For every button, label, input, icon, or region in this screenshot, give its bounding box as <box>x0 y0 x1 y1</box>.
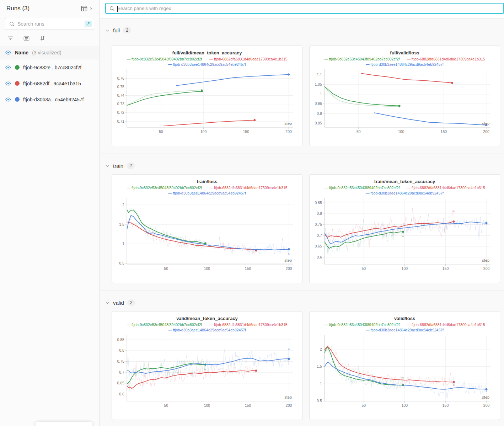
svg-text:200: 200 <box>483 267 490 271</box>
run-row[interactable]: ftjob-6882df...9ca4e1b315 <box>0 75 99 91</box>
chart-canvas[interactable]: 0.511.5250100150200step <box>116 197 298 273</box>
chart-title: valid/mean_token_accuracy <box>116 316 298 321</box>
svg-text:150: 150 <box>441 130 447 134</box>
legend-entry: —ftjob-6882dfa6831d4d6dae17309ca4e1b315 <box>209 185 287 191</box>
section-count-badge: 2 <box>127 163 135 169</box>
legend-entry: —ftjob-d30b3aee14864c29acd9ac54eb92457f <box>168 328 246 333</box>
section-header-valid[interactable]: valid2 <box>105 298 500 307</box>
svg-text:0.5: 0.5 <box>119 262 124 266</box>
run-name: ftjob-6882df...9ca4e1b315 <box>23 81 81 86</box>
search-panels-box[interactable] <box>105 3 504 14</box>
section-header-train[interactable]: train2 <box>105 161 500 170</box>
chart-legend: —ftjob-9c832e53c45043f89402bb7cc802cf2f—… <box>314 185 495 196</box>
svg-text:0.65: 0.65 <box>315 245 322 249</box>
sort-icon[interactable] <box>39 35 46 42</box>
chart-panel-train-loss[interactable]: train/loss—ftjob-9c832e53c45043f89402bb7… <box>112 174 302 283</box>
section-header-full[interactable]: full2 <box>105 26 500 35</box>
svg-text:0.85: 0.85 <box>117 338 125 342</box>
section-full: full2full/valid/mean_token_accuracy—ftjo… <box>100 18 504 154</box>
chart-canvas[interactable]: 0.60.650.70.750.80.8550100150200step <box>314 197 495 273</box>
search-panels-input[interactable] <box>117 6 500 11</box>
svg-text:step: step <box>284 258 292 262</box>
svg-text:100: 100 <box>398 130 404 134</box>
svg-text:150: 150 <box>443 267 449 271</box>
svg-text:0.8: 0.8 <box>317 212 322 216</box>
chart-panel-valid-mean_token_accuracy[interactable]: valid/mean_token_accuracy—ftjob-9c832e53… <box>112 311 302 420</box>
svg-text:0.76: 0.76 <box>117 76 125 80</box>
text-caret <box>117 6 118 12</box>
run-row[interactable]: ftjob-d30b3a...c54eb92457f <box>0 91 99 107</box>
chart-title: train/loss <box>116 179 298 184</box>
run-color-dot <box>15 65 20 70</box>
svg-text:50: 50 <box>164 267 168 271</box>
svg-text:50: 50 <box>362 404 366 408</box>
chart-panel-full-valid-mean_token_accuracy[interactable]: full/valid/mean_token_accuracy—ftjob-9c8… <box>112 46 302 146</box>
chart-canvas[interactable]: 0.850.90.9511.051.150100150200step <box>314 68 495 137</box>
legend-swatch: — <box>407 186 410 190</box>
eye-icon[interactable] <box>5 80 11 87</box>
svg-text:1: 1 <box>122 242 124 246</box>
search-icon <box>109 6 115 11</box>
svg-text:0.75: 0.75 <box>315 223 322 227</box>
legend-swatch: — <box>366 191 369 195</box>
legend-entry: —ftjob-d30b3aee14864c29acd9ac54eb92457f <box>168 191 246 196</box>
eye-icon[interactable] <box>5 96 11 103</box>
svg-text:1.5: 1.5 <box>317 365 322 369</box>
visualized-count: (3 visualized) <box>32 50 61 55</box>
svg-text:100: 100 <box>204 404 210 408</box>
svg-text:0.6: 0.6 <box>119 392 124 396</box>
legend-entry: —ftjob-6882dfa6831d4d6dae17309ca4e1b315 <box>407 57 485 62</box>
svg-text:step: step <box>482 395 489 399</box>
regex-toggle[interactable]: .* <box>85 21 92 27</box>
svg-text:150: 150 <box>443 404 449 408</box>
svg-text:100: 100 <box>200 130 207 134</box>
eye-icon[interactable] <box>5 49 11 56</box>
runs-table-icon[interactable] <box>81 5 88 12</box>
svg-text:0.9: 0.9 <box>317 112 322 116</box>
svg-text:100: 100 <box>402 267 408 271</box>
legend-swatch: — <box>168 191 172 195</box>
svg-text:0.8: 0.8 <box>119 349 124 353</box>
chart-panel-full-valid-loss[interactable]: full/valid/loss—ftjob-9c832e53c45043f894… <box>309 46 500 146</box>
legend-entry: —ftjob-6882dfa6831d4d6dae17309ca4e1b315 <box>407 185 485 191</box>
svg-text:step: step <box>284 121 292 126</box>
legend-swatch: — <box>168 62 172 66</box>
legend-swatch: — <box>127 186 130 190</box>
legend-swatch: — <box>407 323 410 327</box>
legend-swatch: — <box>127 57 130 61</box>
legend-entry: —ftjob-9c832e53c45043f89402bb7cc802cf2f <box>127 322 202 328</box>
chart-canvas[interactable]: 0.710.720.730.740.750.7650100150200step <box>116 68 298 137</box>
svg-text:1: 1 <box>320 92 322 96</box>
chart-canvas[interactable]: 0.60.650.70.750.80.8550100150200step <box>116 334 298 410</box>
legend-swatch: — <box>209 323 213 327</box>
legend-entry: —ftjob-d30b3aee14864c29acd9ac54eb92457f <box>366 191 444 196</box>
chart-panel-valid-loss[interactable]: valid/loss—ftjob-9c832e53c45043f89402bb7… <box>309 311 500 420</box>
svg-text:200: 200 <box>286 267 292 271</box>
run-row[interactable]: ftjob-9c832e...b7cc802cf2f <box>0 59 99 75</box>
svg-text:2: 2 <box>122 203 124 207</box>
chart-panel-train-mean_token_accuracy[interactable]: train/mean_token_accuracy—ftjob-9c832e53… <box>309 174 500 283</box>
legend-swatch: — <box>209 57 213 61</box>
chart-title: full/valid/mean_token_accuracy <box>116 50 298 55</box>
svg-text:step: step <box>482 258 489 262</box>
svg-text:100: 100 <box>204 267 210 271</box>
svg-text:step: step <box>284 395 292 399</box>
legend-swatch: — <box>168 328 172 332</box>
svg-text:150: 150 <box>243 130 250 134</box>
svg-text:0.65: 0.65 <box>117 382 125 385</box>
chevron-right-icon[interactable] <box>89 6 93 11</box>
columns-icon[interactable] <box>23 35 30 42</box>
filter-icon[interactable] <box>7 35 14 42</box>
svg-text:0.75: 0.75 <box>117 360 125 363</box>
chart-canvas[interactable]: 0.511.5250100150200step <box>314 334 495 410</box>
legend-entry: —ftjob-6882dfa6831d4d6dae17309ca4e1b315 <box>209 57 287 62</box>
run-color-dot <box>15 97 20 102</box>
search-runs-input[interactable] <box>17 21 85 27</box>
section-count-badge: 2 <box>127 299 135 306</box>
search-icon <box>9 21 15 27</box>
svg-text:50: 50 <box>362 267 366 271</box>
svg-text:0.5: 0.5 <box>317 399 322 403</box>
legend-entry: —ftjob-9c832e53c45043f89402bb7cc802cf2f <box>127 57 202 62</box>
eye-icon[interactable] <box>5 64 11 71</box>
search-runs-box[interactable]: .* <box>5 18 94 30</box>
